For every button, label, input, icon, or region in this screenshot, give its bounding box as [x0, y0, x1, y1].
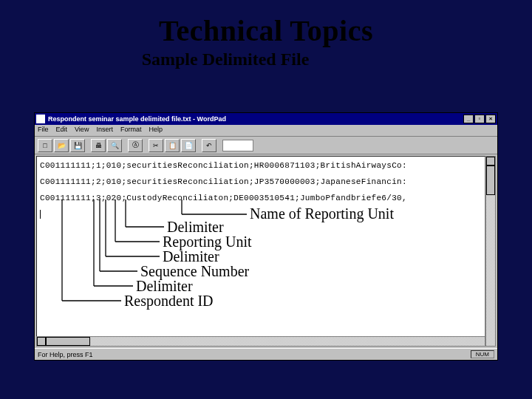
maximize-button[interactable]: ▫ — [474, 115, 485, 123]
vertical-scrollbar[interactable] — [485, 156, 496, 347]
scroll-left-button[interactable] — [37, 337, 46, 346]
status-help-text: For Help, press F1 — [38, 351, 93, 358]
toolbar-undo-icon[interactable]: ↶ — [202, 139, 216, 152]
slide-title: Technical Topics — [0, 0, 532, 48]
toolbar-save-icon[interactable]: 💾 — [70, 139, 85, 152]
text-line: C001111111;2;010;securitiesReconciliatio… — [40, 177, 482, 186]
menu-format[interactable]: Format — [120, 126, 142, 135]
status-numlock: NUM — [471, 350, 494, 358]
toolbar-preview-icon[interactable]: 🔍 — [107, 139, 122, 152]
menu-edit[interactable]: Edit — [56, 126, 68, 135]
window-title: Respondent seminar sample delimited file… — [48, 115, 463, 123]
horizontal-scrollbar[interactable] — [36, 336, 485, 347]
toolbar-copy-icon[interactable]: 📋 — [165, 139, 180, 152]
text-cursor — [40, 210, 41, 219]
slide: Technical Topics Sample Delimited File R… — [0, 0, 532, 399]
text-line: C001111111;3;020;CustodyReconciliaton;DE… — [40, 194, 482, 202]
toolbar-date-icon[interactable] — [222, 140, 253, 151]
menu-file[interactable]: File — [38, 126, 49, 135]
status-bar: For Help, press F1 NUM — [35, 348, 497, 360]
document-area[interactable]: C001111111;1;010;securitiesReconciliatio… — [36, 156, 485, 347]
menu-insert[interactable]: Insert — [96, 126, 113, 135]
menu-bar: File Edit View Insert Format Help — [35, 125, 497, 137]
titlebar: Respondent seminar sample delimited file… — [35, 113, 497, 125]
toolbar-find-icon[interactable]: Ⓐ — [128, 139, 143, 152]
scroll-thumb[interactable] — [486, 166, 495, 195]
scroll-up-button[interactable] — [486, 157, 495, 166]
menu-help[interactable]: Help — [149, 126, 163, 135]
text-line: C001111111;1;010;securitiesReconciliatio… — [40, 161, 482, 170]
minimize-button[interactable]: _ — [463, 115, 474, 123]
toolbar-cut-icon[interactable]: ✂ — [149, 139, 163, 152]
toolbar-open-icon[interactable]: 📂 — [54, 139, 69, 152]
toolbar-new-icon[interactable]: □ — [38, 139, 52, 152]
wordpad-window: Respondent seminar sample delimited file… — [34, 112, 498, 361]
toolbar-paste-icon[interactable]: 📄 — [181, 139, 196, 152]
app-icon — [36, 115, 45, 123]
toolbar-print-icon[interactable]: 🖶 — [91, 139, 106, 152]
menu-view[interactable]: View — [75, 126, 89, 135]
slide-subtitle: Sample Delimited File — [0, 50, 532, 69]
toolbar: □ 📂 💾 🖶 🔍 Ⓐ ✂ 📋 📄 ↶ — [35, 137, 497, 154]
close-button[interactable]: × — [485, 115, 496, 123]
scroll-thumb[interactable] — [46, 337, 90, 346]
